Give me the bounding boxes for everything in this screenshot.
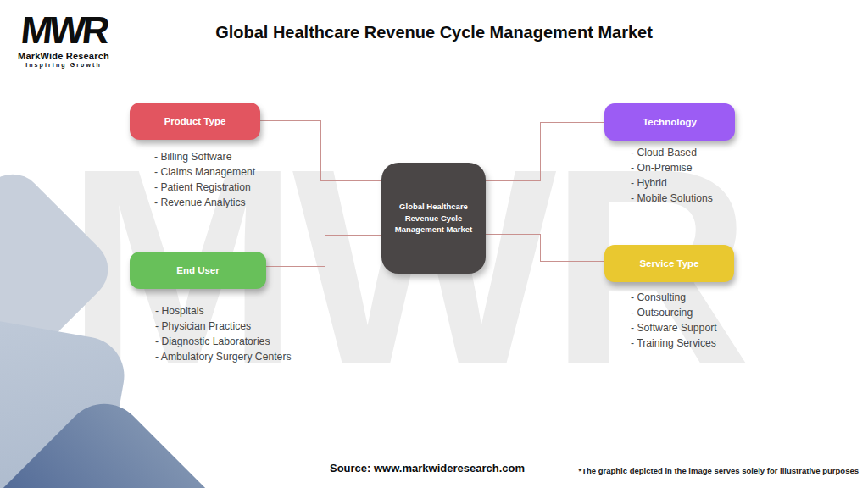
- category-box-end-user: End User: [130, 252, 266, 289]
- list-item: - On-Premise: [631, 160, 713, 175]
- category-label-product-type: Product Type: [164, 116, 226, 126]
- list-item: - Mobile Solutions: [631, 191, 713, 206]
- category-box-service-type: Service Type: [604, 245, 734, 282]
- infographic-canvas: MWR MWR MarkWide Research Inspiring Grow…: [0, 0, 868, 488]
- connector-end-user: [325, 235, 326, 267]
- center-node: Global Healthcare Revenue Cycle Manageme…: [381, 163, 486, 274]
- category-label-service-type: Service Type: [639, 258, 698, 269]
- connector-product-type: [320, 180, 383, 181]
- center-node-label: Global Healthcare Revenue Cycle Manageme…: [390, 201, 477, 236]
- connector-service-type: [540, 234, 541, 262]
- connector-service-type: [484, 234, 540, 235]
- connector-technology: [540, 122, 605, 123]
- category-list-product-type: - Billing Software - Claims Management -…: [154, 149, 255, 210]
- list-item: - Outsourcing: [631, 305, 717, 320]
- list-item: - Consulting: [631, 290, 717, 305]
- connector-end-user: [325, 235, 382, 236]
- category-box-product-type: Product Type: [130, 103, 260, 140]
- list-item: - Revenue Analytics: [154, 195, 255, 210]
- list-item: - Claims Management: [154, 164, 255, 180]
- list-item: - Hospitals: [155, 303, 292, 319]
- list-item: - Patient Registration: [154, 180, 255, 195]
- category-label-end-user: End User: [176, 265, 220, 275]
- connector-end-user: [265, 266, 325, 267]
- list-item: - Cloud-Based: [631, 145, 713, 160]
- category-label-technology: Technology: [643, 117, 697, 127]
- connector-product-type: [320, 120, 321, 181]
- connector-service-type: [540, 261, 605, 262]
- category-list-technology: - Cloud-Based - On-Premise - Hybrid - Mo…: [631, 145, 713, 206]
- page-title: Global Healthcare Revenue Cycle Manageme…: [0, 23, 868, 42]
- list-item: - Physician Practices: [155, 319, 292, 334]
- list-item: - Training Services: [631, 336, 717, 351]
- logo-tagline: Inspiring Growth: [17, 62, 110, 68]
- category-box-technology: Technology: [604, 103, 735, 141]
- list-item: - Hybrid: [631, 175, 713, 191]
- list-item: - Ambulatory Surgery Centers: [155, 349, 292, 364]
- connector-technology: [484, 180, 540, 181]
- list-item: - Software Support: [631, 320, 717, 336]
- disclaimer-text: *The graphic depicted in the image serve…: [509, 466, 859, 475]
- logo-name: MarkWide Research: [17, 51, 110, 61]
- connector-product-type: [259, 120, 321, 121]
- category-list-end-user: - Hospitals - Physician Practices - Diag…: [155, 303, 292, 364]
- category-list-service-type: - Consulting - Outsourcing - Software Su…: [631, 290, 717, 351]
- list-item: - Billing Software: [154, 149, 255, 164]
- connector-technology: [540, 122, 541, 181]
- list-item: - Diagnostic Laboratories: [155, 334, 292, 349]
